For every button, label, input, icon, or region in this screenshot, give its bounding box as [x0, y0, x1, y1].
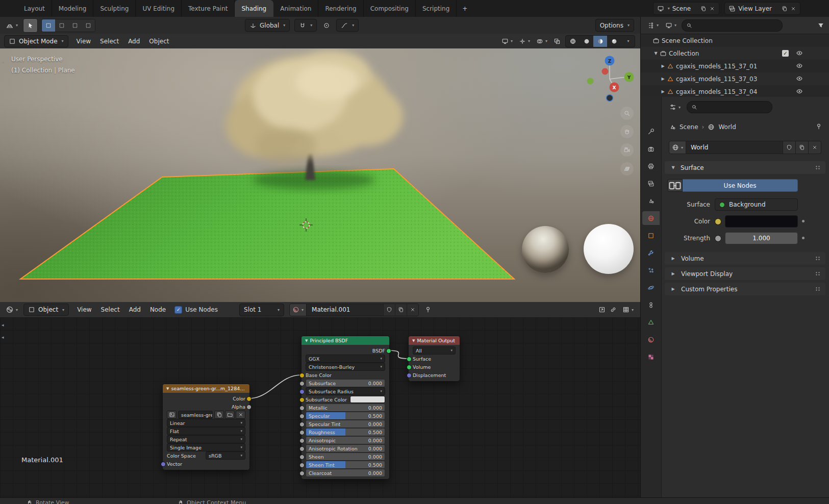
node-number-field[interactable]: Specular0.500 [306, 412, 385, 420]
properties-tab-scene[interactable] [642, 194, 660, 208]
outliner-row[interactable]: ▼Collection✓ [641, 47, 829, 60]
properties-tab-physics[interactable] [642, 281, 660, 294]
axis-z-neg-ball[interactable] [607, 95, 613, 102]
shading-rendered-button[interactable] [607, 36, 621, 47]
workspace-tab-layout[interactable]: Layout [17, 0, 52, 17]
node-number-field[interactable]: Anisotropic Rotation0.000 [306, 444, 385, 452]
expand-icon[interactable]: ▼ [652, 51, 660, 56]
link-icon[interactable] [610, 306, 617, 313]
add-workspace-button[interactable]: + [457, 0, 473, 17]
pan-button[interactable] [620, 125, 634, 138]
editor-type-button[interactable]: ▾ [4, 304, 19, 315]
eye-icon[interactable] [796, 49, 803, 57]
properties-tab-material[interactable] [642, 333, 660, 346]
properties-tab-tool[interactable] [642, 124, 660, 138]
properties-tab-modifiers[interactable] [642, 246, 660, 260]
shader-socket[interactable] [386, 348, 391, 354]
eye-icon[interactable] [796, 88, 803, 95]
value-socket[interactable] [299, 471, 305, 476]
vector-socket[interactable] [161, 462, 166, 467]
copy-image-button[interactable] [214, 411, 224, 419]
properties-tab-view-layer[interactable] [642, 177, 660, 190]
unlink-image-button[interactable] [236, 411, 245, 419]
value-socket[interactable] [299, 422, 305, 427]
panel-grip-icon[interactable] [815, 287, 821, 291]
panel-grip-icon[interactable] [815, 165, 821, 170]
outliner-search-input[interactable] [682, 19, 783, 32]
mode-dropdown[interactable]: Object Mode ▾ [4, 35, 68, 47]
gizmos-button[interactable]: ▾ [517, 36, 532, 47]
surface-type-dropdown[interactable]: Background [715, 198, 798, 211]
panel-grip-icon[interactable] [815, 256, 821, 261]
select-mode-new[interactable] [42, 19, 55, 32]
node-number-field[interactable]: Subsurface0.000 [306, 379, 385, 387]
scene-selector[interactable]: ▾ Scene [653, 2, 720, 15]
close-icon[interactable] [709, 6, 715, 12]
menu-object[interactable]: Object [144, 34, 173, 48]
workspace-tab-rendering[interactable]: Rendering [318, 0, 363, 17]
value-socket[interactable] [299, 406, 305, 411]
node-vector-field[interactable]: Subsurface Radius▾ [306, 387, 385, 395]
value-socket[interactable] [246, 405, 252, 410]
pin-button[interactable] [423, 304, 433, 315]
surface-panel-header[interactable]: ▼ Surface [665, 161, 825, 174]
properties-tab-texture[interactable] [642, 350, 660, 364]
go-to-parent-tree-icon[interactable] [598, 306, 606, 313]
breadcrumb-scene[interactable]: Scene [680, 123, 698, 131]
xray-toggle[interactable] [552, 36, 562, 47]
node-dropdown[interactable]: All▾ [413, 346, 456, 355]
view-layer-selector[interactable]: View Layer [724, 2, 800, 15]
node-output[interactable]: ▼Material OutputAll▾SurfaceVolumeDisplac… [408, 336, 460, 382]
value-socket[interactable] [299, 438, 305, 443]
node-dropdown[interactable]: Single Image▾ [167, 443, 245, 451]
browse-material-button[interactable]: ▾ [290, 304, 307, 316]
expand-icon[interactable]: ▶ [659, 64, 667, 68]
value-socket[interactable] [299, 446, 305, 451]
open-image-button[interactable] [225, 411, 235, 419]
node-dropdown[interactable]: Christensen-Burley▾ [306, 363, 385, 371]
select-tool-button[interactable] [23, 18, 38, 33]
editor-type-button[interactable]: ▾ [668, 102, 682, 113]
menu-view[interactable]: View [72, 302, 96, 317]
navigation-gizmo[interactable]: Z Y X [584, 54, 635, 105]
browse-world-button[interactable]: ▾ [669, 141, 686, 154]
material-name-field[interactable]: Material.001 [307, 306, 383, 313]
animate-dot[interactable] [802, 220, 805, 222]
node-image[interactable]: ▼seamless-green-gr...m_1284-52275.pngCol… [162, 384, 250, 470]
snapping-button[interactable]: ▾ [621, 304, 635, 315]
menu-add[interactable]: Add [123, 34, 144, 48]
outliner-row[interactable]: ▶cgaxis_models_115_37_01 [641, 60, 829, 72]
unlink-world-button[interactable] [809, 141, 821, 154]
value-socket[interactable] [299, 463, 305, 468]
panel-volume[interactable]: ▶Volume [665, 252, 825, 265]
material-slot-dropdown[interactable]: Slot 1 ▾ [239, 304, 284, 316]
value-socket[interactable] [299, 381, 305, 386]
menu-select[interactable]: Select [95, 34, 123, 48]
panel-custom-properties[interactable]: ▶Custom Properties [665, 283, 825, 295]
panel-grip-icon[interactable] [815, 271, 821, 276]
properties-search-input[interactable] [687, 101, 772, 113]
properties-tab-constraints[interactable] [642, 298, 660, 312]
fake-user-button[interactable] [383, 304, 395, 316]
use-nodes-toggle[interactable]: ✓ Use Nodes [174, 306, 218, 314]
outliner-row[interactable]: ▶cgaxis_models_115_37_04 [641, 85, 829, 97]
properties-tab-particles[interactable] [642, 263, 660, 277]
color-socket[interactable] [299, 373, 305, 378]
proportional-edit-button[interactable] [321, 20, 332, 31]
node-header[interactable]: ▼Principled BSDF [302, 336, 389, 345]
workspace-tab-modeling[interactable]: Modeling [52, 0, 94, 17]
node-dropdown[interactable]: Linear▾ [167, 419, 245, 427]
strength-field[interactable]: 1.000 [725, 232, 798, 244]
workspace-tab-shading[interactable]: Shading [235, 0, 273, 17]
node-bsdf[interactable]: ▼Principled BSDFBSDFGGX▾Christensen-Burl… [301, 336, 390, 480]
outliner-row[interactable]: Scene Collection [641, 34, 829, 47]
orientation-dropdown[interactable]: Global ▾ [245, 19, 290, 32]
node-dropdown[interactable]: Flat▾ [167, 427, 245, 435]
menu-node[interactable]: Node [145, 302, 170, 317]
object-types-visibility-button[interactable]: ▾ [500, 36, 514, 47]
eye-icon[interactable] [796, 75, 803, 82]
node-number-field[interactable]: Sheen0.000 [306, 452, 385, 461]
select-mode-subtract[interactable] [68, 19, 82, 32]
image-browse-button[interactable] [167, 411, 177, 419]
pin-icon[interactable] [815, 123, 822, 130]
